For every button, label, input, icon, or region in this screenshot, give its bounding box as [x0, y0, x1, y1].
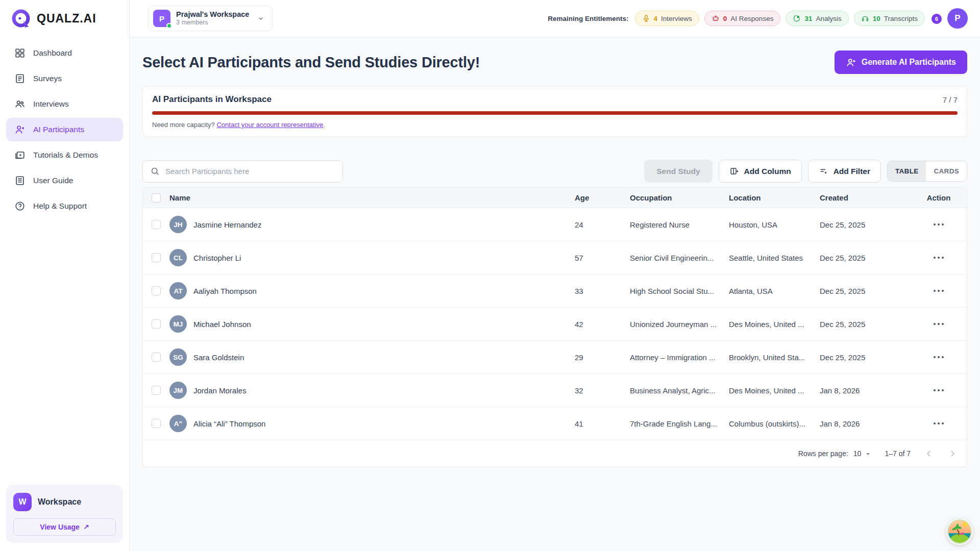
participant-age: 41 [575, 419, 630, 428]
table-row[interactable]: ATAaliyah Thompson 33 High School Social… [143, 274, 967, 307]
participant-created: Dec 25, 2025 [820, 353, 911, 362]
row-checkbox[interactable] [152, 220, 161, 229]
workspace-card-title: Workspace [38, 497, 81, 507]
workspace-avatar: W [13, 493, 32, 511]
avatar: AT [169, 282, 187, 299]
participant-occupation: Business Analyst, Agric... [630, 386, 729, 395]
row-actions-menu-button[interactable] [930, 320, 947, 329]
sidebar-item-tutorials[interactable]: Tutorials & Demos [6, 143, 123, 167]
sidebar-item-label: User Guide [33, 176, 73, 185]
next-page-button[interactable] [947, 448, 958, 459]
row-actions-menu-button[interactable] [930, 353, 947, 362]
sidebar-item-ai-participants[interactable]: AI Participants [6, 118, 123, 141]
chevron-down-icon [257, 14, 265, 22]
search-icon [150, 166, 160, 176]
previous-page-button[interactable] [924, 448, 934, 459]
guide-icon [14, 175, 26, 186]
island-widget-button[interactable] [946, 518, 973, 545]
capacity-title: AI Participants in Workspace [152, 94, 272, 105]
headphones-icon [861, 14, 869, 22]
sidebar-item-label: Interviews [33, 99, 69, 109]
row-actions-menu-button[interactable] [930, 287, 947, 295]
sidebar-item-label: Tutorials & Demos [33, 151, 98, 160]
user-avatar[interactable]: P [947, 8, 968, 29]
participant-occupation: Registered Nurse [630, 220, 729, 229]
participant-occupation: Unionized Journeyman ... [630, 320, 729, 329]
search-input[interactable] [165, 167, 335, 176]
mic-icon [642, 14, 650, 22]
sidebar-item-surveys[interactable]: Surveys [6, 67, 123, 90]
topbar: P Prajwal's Workspace 3 members Remainin… [130, 0, 980, 37]
row-checkbox[interactable] [152, 353, 161, 362]
participant-occupation: 7th-Grade English Lang... [630, 419, 729, 428]
view-toggle-table[interactable]: TABLE [888, 161, 926, 181]
participant-name: Christopher Li [193, 254, 241, 262]
sidebar-item-label: Surveys [33, 74, 62, 83]
row-actions-menu-button[interactable] [930, 254, 947, 262]
sidebar-item-label: Dashboard [33, 48, 72, 58]
sidebar-item-help[interactable]: Help & Support [6, 194, 123, 218]
robot-icon [712, 14, 720, 22]
participant-age: 57 [575, 254, 630, 262]
row-actions-menu-button[interactable] [930, 220, 947, 229]
help-icon [14, 201, 26, 212]
online-status-dot [166, 23, 172, 29]
capacity-count: 7 / 7 [943, 95, 958, 104]
entitlements-label: Remaining Entitlements: [548, 15, 628, 22]
workspace-selector[interactable]: P Prajwal's Workspace 3 members [148, 6, 273, 31]
participant-name: Michael Johnson [193, 320, 251, 329]
table-row[interactable]: MJMichael Johnson 42 Unionized Journeyma… [143, 307, 967, 340]
sidebar-item-interviews[interactable]: Interviews [6, 92, 123, 116]
sidebar-item-dashboard[interactable]: Dashboard [6, 41, 123, 65]
participant-created: Jan 8, 2026 [820, 386, 911, 395]
column-header-age: Age [575, 193, 630, 202]
participant-age: 24 [575, 220, 630, 229]
table-row[interactable]: JHJasmine Hernandez 24 Registered Nurse … [143, 208, 967, 241]
participant-created: Dec 25, 2025 [820, 320, 911, 329]
select-all-checkbox[interactable] [152, 193, 161, 203]
table-toolbar: Send Study Add Column Add Filter TABLE C… [142, 160, 967, 183]
table-header-row: Name Age Occupation Location Created Act… [143, 188, 967, 208]
add-filter-button[interactable]: Add Filter [808, 160, 881, 183]
table-row[interactable]: JMJordan Morales 32 Business Analyst, Ag… [143, 373, 967, 407]
send-study-button[interactable]: Send Study [644, 160, 712, 183]
participant-name: Jasmine Hernandez [193, 220, 261, 229]
sidebar-item-user-guide[interactable]: User Guide [6, 169, 123, 192]
rows-per-page-select[interactable]: 10 [853, 449, 872, 458]
participant-age: 42 [575, 320, 630, 329]
video-icon [14, 149, 26, 161]
notification-count-badge: 6 [932, 14, 942, 24]
row-checkbox[interactable] [152, 419, 161, 428]
table-row[interactable]: CLChristopher Li 57 Senior Civil Enginee… [143, 241, 967, 274]
person-add-icon [846, 57, 856, 68]
person-add-icon [14, 124, 26, 135]
participant-location: Des Moines, United ... [729, 386, 820, 395]
row-actions-menu-button[interactable] [930, 386, 947, 395]
analysis-entitlement-badge: 31 Analysis [786, 11, 848, 26]
row-actions-menu-button[interactable] [930, 419, 947, 428]
row-checkbox[interactable] [152, 253, 161, 262]
page-title: Select AI Participants and Send Studies … [142, 54, 480, 71]
view-usage-button[interactable]: View Usage ↗ [13, 518, 116, 536]
qualz-logo-icon [11, 9, 32, 29]
view-toggle-cards[interactable]: CARDS [926, 161, 967, 181]
row-checkbox[interactable] [152, 386, 161, 395]
sidebar: QUALZ.AI Dashboard Surveys Interviews AI… [0, 0, 130, 551]
column-header-action: Action [911, 193, 967, 202]
row-checkbox[interactable] [152, 319, 161, 329]
table-row[interactable]: SGSara Goldstein 29 Attorney – Immigrati… [143, 340, 967, 373]
participant-location: Brooklyn, United Sta... [729, 353, 820, 362]
generate-ai-participants-button[interactable]: Generate AI Participants [835, 51, 967, 74]
add-column-button[interactable]: Add Column [719, 160, 802, 183]
capacity-card: AI Participants in Workspace 7 / 7 Need … [142, 86, 967, 137]
participant-created: Dec 25, 2025 [820, 287, 911, 295]
row-checkbox[interactable] [152, 286, 161, 295]
contact-representative-link[interactable]: Contact your account representative [216, 121, 323, 129]
participant-location: Seattle, United States [729, 254, 820, 262]
participant-name: Alicia “Ali” Thompson [193, 419, 265, 428]
avatar: CL [169, 249, 187, 266]
table-row[interactable]: A”Alicia “Ali” Thompson 41 7th-Grade Eng… [143, 407, 967, 440]
rows-per-page-label: Rows per page: [798, 449, 848, 458]
participant-created: Jan 8, 2026 [820, 419, 911, 428]
workspace-usage-card: W Workspace View Usage ↗ [6, 485, 123, 543]
